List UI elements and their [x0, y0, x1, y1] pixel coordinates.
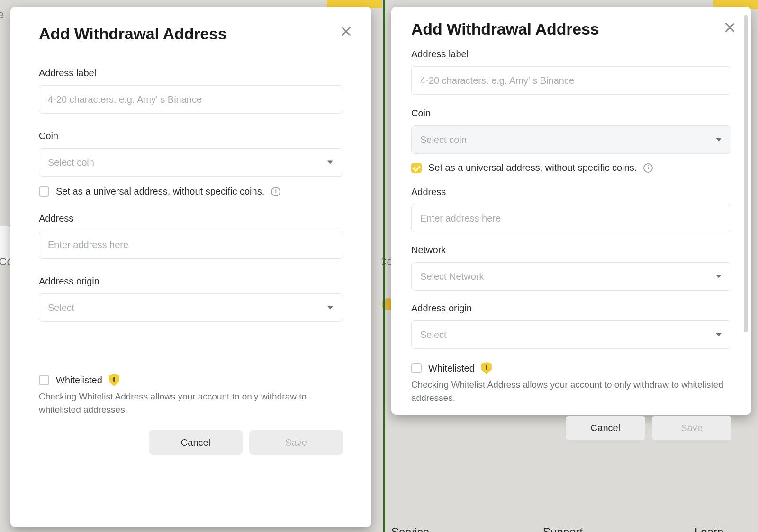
field-network: Network Select Network — [411, 245, 731, 291]
screenshot-right: Derivatives Earn Finance NFT Institution… — [382, 0, 758, 532]
label-address: Address — [411, 186, 731, 197]
label-origin: Address origin — [411, 303, 731, 314]
label-address-label: Address label — [411, 49, 731, 60]
bg-text: e — [0, 9, 4, 21]
whitelist-checkbox[interactable] — [411, 363, 422, 373]
bg-nav: Institutional — [623, 0, 671, 2]
chevron-down-icon — [327, 161, 333, 164]
split-divider — [383, 0, 385, 532]
field-address: Address Enter address here — [39, 213, 343, 259]
whitelist-row: Whitelisted — [411, 362, 731, 374]
universal-label: Set as a universal address, without spec… — [428, 162, 637, 173]
coin-select[interactable]: Select coin — [411, 125, 731, 154]
chevron-down-icon — [716, 333, 722, 337]
address-input[interactable]: Enter address here — [39, 231, 343, 259]
whitelist-checkbox[interactable] — [39, 375, 49, 385]
whitelist-label: Whitelisted — [56, 375, 102, 386]
origin-select[interactable]: Select — [411, 320, 731, 349]
modal-title: Add Withdrawal Address — [39, 25, 343, 43]
bg-footer: Service — [391, 525, 429, 532]
label-address: Address — [39, 213, 343, 224]
chevron-down-icon — [716, 275, 722, 278]
cancel-button[interactable]: Cancel — [149, 430, 243, 455]
info-icon[interactable] — [271, 187, 280, 196]
universal-checkbox[interactable] — [411, 163, 422, 173]
address-label-input[interactable]: 4-20 characters. e.g. Amy' s Binance — [39, 85, 343, 114]
bg-nav: Finance — [524, 0, 558, 2]
network-select-value: Select Network — [420, 271, 484, 282]
field-coin: Coin Select coin — [411, 108, 731, 154]
modal-title: Add Withdrawal Address — [411, 20, 731, 38]
chevron-down-icon — [327, 306, 333, 310]
close-icon[interactable] — [339, 25, 352, 38]
whitelist-helper: Checking Whitelist Address allows your a… — [411, 378, 731, 404]
coin-select-value: Select coin — [420, 134, 467, 145]
label-network: Network — [411, 245, 731, 256]
bg-nav: Earn — [477, 0, 496, 2]
coin-select[interactable]: Select coin — [39, 148, 343, 177]
whitelist-helper: Checking Whitelist Address allows your a… — [39, 390, 343, 416]
save-button[interactable]: Save — [249, 430, 343, 455]
universal-checkbox[interactable] — [39, 186, 49, 197]
universal-address-row: Set as a universal address, without spec… — [411, 162, 731, 173]
label-coin: Coin — [39, 131, 343, 142]
origin-select[interactable]: Select — [39, 293, 343, 322]
coin-select-value: Select coin — [48, 157, 94, 168]
cancel-button[interactable]: Cancel — [566, 416, 645, 440]
close-icon[interactable] — [723, 21, 736, 34]
origin-select-value: Select — [48, 302, 74, 313]
chevron-down-icon — [716, 138, 722, 142]
screenshot-left: e Coi Add Withdrawal Address Address lab… — [0, 0, 382, 532]
save-button[interactable]: Save — [652, 416, 731, 440]
field-coin: Coin Select coin — [39, 131, 343, 177]
modal-actions: Cancel Save — [411, 416, 731, 440]
universal-label: Set as a universal address, without spec… — [56, 186, 264, 197]
shield-icon — [481, 362, 492, 374]
label-address-label: Address label — [39, 68, 343, 79]
label-coin: Coin — [411, 108, 731, 119]
modal-actions: Cancel Save — [39, 430, 343, 455]
scrollbar[interactable] — [744, 15, 748, 332]
modal-add-withdrawal-address: Add Withdrawal Address Address label 4-2… — [391, 7, 751, 415]
bg-nav: NFT — [586, 0, 604, 2]
address-label-input[interactable]: 4-20 characters. e.g. Amy' s Binance — [411, 66, 731, 95]
field-address: Address Enter address here — [411, 186, 731, 232]
modal-add-withdrawal-address: Add Withdrawal Address Address label 4-2… — [10, 7, 371, 527]
bg-footer: Learn — [695, 525, 723, 532]
origin-select-value: Select — [420, 329, 447, 340]
field-origin: Address origin Select — [39, 276, 343, 322]
bg-nav: Derivatives — [401, 0, 448, 2]
whitelist-row: Whitelisted — [39, 374, 343, 386]
address-input[interactable]: Enter address here — [411, 204, 731, 232]
field-origin: Address origin Select — [411, 303, 731, 349]
bg-footer: Support — [543, 525, 583, 532]
label-origin: Address origin — [39, 276, 343, 287]
shield-icon — [109, 374, 119, 386]
field-address-label: Address label 4-20 characters. e.g. Amy'… — [411, 49, 731, 95]
network-select[interactable]: Select Network — [411, 262, 731, 291]
info-icon[interactable] — [643, 163, 653, 173]
whitelist-label: Whitelisted — [428, 363, 475, 374]
universal-address-row: Set as a universal address, without spec… — [39, 186, 343, 197]
field-address-label: Address label 4-20 characters. e.g. Amy'… — [39, 68, 343, 114]
